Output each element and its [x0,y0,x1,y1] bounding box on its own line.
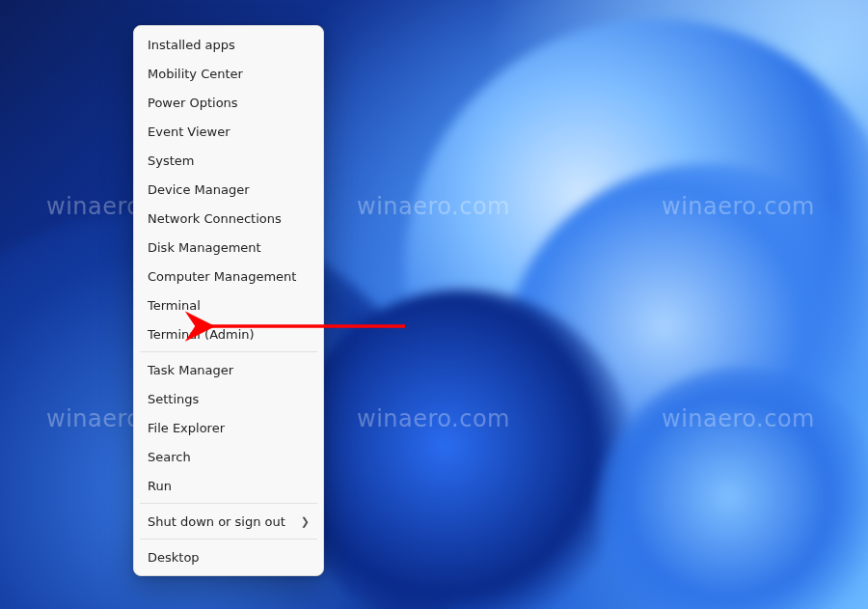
menu-item-terminal[interactable]: Terminal [134,291,323,319]
menu-item-label: Settings [148,393,199,405]
menu-item-shut-down-or-sign-out[interactable]: Shut down or sign out❯ [134,507,323,536]
menu-separator [140,539,317,540]
menu-item-label: Event Viewer [148,125,231,138]
menu-item-label: Network Connections [148,212,282,225]
menu-item-desktop[interactable]: Desktop [134,542,323,571]
menu-item-label: Terminal (Admin) [148,328,255,341]
menu-item-label: Shut down or sign out [148,515,285,528]
menu-item-label: Desktop [148,551,200,564]
menu-item-label: Device Manager [148,183,250,196]
menu-item-label: System [148,154,194,167]
menu-item-task-manager[interactable]: Task Manager [134,355,323,384]
menu-item-label: Disk Management [148,241,261,254]
menu-item-label: Terminal [148,299,201,312]
winx-context-menu: Installed appsMobility CenterPower Optio… [133,25,324,576]
menu-item-label: Task Manager [148,364,233,376]
menu-item-label: Power Options [148,97,238,109]
menu-item-disk-management[interactable]: Disk Management [134,233,323,262]
menu-item-computer-management[interactable]: Computer Management [134,262,323,291]
menu-item-label: Run [148,480,172,492]
menu-item-label: File Explorer [148,422,225,434]
menu-item-file-explorer[interactable]: File Explorer [134,413,323,442]
menu-item-installed-apps[interactable]: Installed apps [134,30,323,59]
menu-item-mobility-center[interactable]: Mobility Center [134,59,323,88]
menu-item-network-connections[interactable]: Network Connections [134,204,323,233]
menu-item-system[interactable]: System [134,146,323,175]
menu-item-label: Mobility Center [148,68,243,80]
menu-item-terminal-admin[interactable]: Terminal (Admin) [134,319,323,348]
menu-item-device-manager[interactable]: Device Manager [134,175,323,204]
menu-item-search[interactable]: Search [134,442,323,471]
chevron-right-icon: ❯ [301,516,310,527]
menu-item-event-viewer[interactable]: Event Viewer [134,117,323,146]
desktop-background: winaero.com winaero.com winaero.com wina… [0,0,868,609]
menu-item-label: Computer Management [148,270,296,283]
menu-separator [140,351,317,352]
menu-item-label: Installed apps [148,39,235,51]
menu-item-label: Search [148,451,191,463]
menu-item-power-options[interactable]: Power Options [134,88,323,117]
menu-item-run[interactable]: Run [134,471,323,500]
menu-item-settings[interactable]: Settings [134,384,323,413]
menu-separator [140,503,317,504]
